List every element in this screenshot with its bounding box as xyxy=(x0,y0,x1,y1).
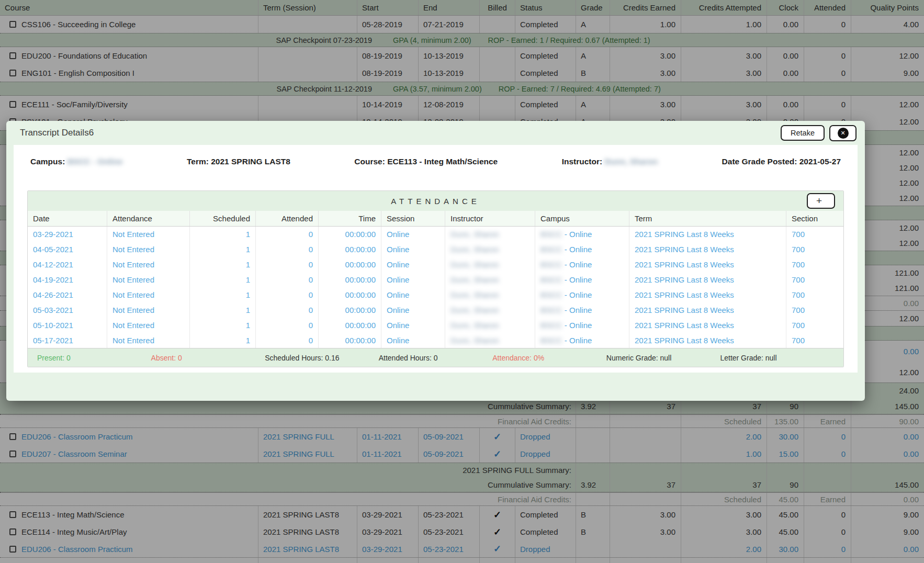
session-cell: Online xyxy=(381,272,445,287)
attendance-row: 05-03-2021 Not Entered 1 0 00:00:00 Onli… xyxy=(28,302,843,318)
modal-body: Campus: BSCC - Online Term: 2021 SPRING … xyxy=(14,145,858,373)
attendance-column-header: Instructor xyxy=(445,211,535,226)
campus-cell: BSCC - Online xyxy=(535,272,629,287)
instructor-cell: Dunn, Sharon xyxy=(445,242,535,257)
instructor-redacted: Dunn, Sharon xyxy=(450,306,499,314)
campus-redacted: BSCC xyxy=(540,290,562,299)
modal-header: Transcript Details6 Retake ✕ xyxy=(6,121,865,145)
instructor-cell: Dunn, Sharon xyxy=(445,318,535,333)
attendance-row: 04-19-2021 Not Entered 1 0 00:00:00 Onli… xyxy=(28,272,843,287)
attendance-column-header: Campus xyxy=(535,211,629,226)
instructor-redacted: Dunn, Sharon xyxy=(450,290,499,299)
section-cell: 700 xyxy=(786,272,843,287)
campus-value-redacted: BSCC - Online xyxy=(67,157,123,166)
attendance-date-link[interactable]: 04-26-2021 xyxy=(28,287,107,302)
instructor-cell: Dunn, Sharon xyxy=(445,227,535,242)
add-attendance-button[interactable]: + xyxy=(807,193,835,209)
letter-grade: Letter Grade: null xyxy=(720,354,834,362)
time-cell: 00:00:00 xyxy=(319,287,381,302)
section-cell: 700 xyxy=(786,257,843,272)
transcript-details-modal: Transcript Details6 Retake ✕ Campus: BSC… xyxy=(6,121,865,401)
time-cell: 00:00:00 xyxy=(319,227,381,242)
attendance-status-cell: Not Entered xyxy=(107,227,190,242)
course-info-row: Campus: BSCC - Online Term: 2021 SPRING … xyxy=(27,157,844,166)
instructor-cell: Dunn, Sharon xyxy=(445,287,535,302)
absent-count: Absent: 0 xyxy=(151,354,265,362)
campus-redacted: BSCC xyxy=(540,260,562,269)
instructor-redacted: Dunn, Sharon xyxy=(450,260,499,269)
campus-cell: BSCC - Online xyxy=(535,333,629,348)
term-info: Term: 2021 SPRING LAST8 xyxy=(187,157,290,166)
attended-cell: 0 xyxy=(256,318,319,333)
instructor-info: Instructor: Dunn, Sharon xyxy=(562,157,658,166)
attendance-date-link[interactable]: 05-17-2021 xyxy=(28,333,107,348)
attendance-date-link[interactable]: 05-10-2021 xyxy=(28,318,107,333)
campus-cell: BSCC - Online xyxy=(535,242,629,257)
section-cell: 700 xyxy=(786,287,843,302)
scheduled-cell: 1 xyxy=(190,302,256,318)
attendance-status-cell: Not Entered xyxy=(107,302,190,318)
section-cell: 700 xyxy=(786,302,843,318)
attendance-column-header: Scheduled xyxy=(190,211,256,226)
campus-cell: BSCC - Online xyxy=(535,318,629,333)
attendance-table-header: DateAttendanceScheduledAttendedTimeSessi… xyxy=(28,211,843,227)
term-cell: 2021 SPRING Last 8 Weeks xyxy=(629,333,786,348)
close-button[interactable]: ✕ xyxy=(829,125,857,141)
attendance-date-link[interactable]: 04-12-2021 xyxy=(28,257,107,272)
modal-title: Transcript Details6 xyxy=(20,128,94,138)
retake-button[interactable]: Retake xyxy=(781,125,825,141)
campus-cell: BSCC - Online xyxy=(535,302,629,318)
attendance-row: 03-29-2021 Not Entered 1 0 00:00:00 Onli… xyxy=(28,227,843,242)
close-icon: ✕ xyxy=(838,128,849,139)
attendance-row: 05-17-2021 Not Entered 1 0 00:00:00 Onli… xyxy=(28,333,843,348)
attendance-section: ATTENDANCE + DateAttendanceScheduledAtte… xyxy=(27,190,844,367)
section-cell: 700 xyxy=(786,333,843,348)
attended-cell: 0 xyxy=(256,257,319,272)
instructor-cell: Dunn, Sharon xyxy=(445,333,535,348)
attendance-status-cell: Not Entered xyxy=(107,257,190,272)
attendance-section-title: ATTENDANCE xyxy=(391,197,480,206)
session-cell: Online xyxy=(381,333,445,348)
campus-info: Campus: BSCC - Online xyxy=(30,157,123,166)
campus-redacted: BSCC xyxy=(540,275,562,284)
attended-cell: 0 xyxy=(256,302,319,318)
session-cell: Online xyxy=(381,257,445,272)
scheduled-cell: 1 xyxy=(190,257,256,272)
term-cell: 2021 SPRING Last 8 Weeks xyxy=(629,287,786,302)
time-cell: 00:00:00 xyxy=(319,302,381,318)
instructor-cell: Dunn, Sharon xyxy=(445,257,535,272)
attendance-column-header: Term xyxy=(629,211,786,226)
campus-cell: BSCC - Online xyxy=(535,287,629,302)
session-cell: Online xyxy=(381,318,445,333)
attended-cell: 0 xyxy=(256,272,319,287)
instructor-redacted: Dunn, Sharon xyxy=(450,275,499,284)
campus-cell: BSCC - Online xyxy=(535,227,629,242)
attendance-date-link[interactable]: 03-29-2021 xyxy=(28,227,107,242)
attendance-row: 04-05-2021 Not Entered 1 0 00:00:00 Onli… xyxy=(28,242,843,257)
term-cell: 2021 SPRING Last 8 Weeks xyxy=(629,272,786,287)
attendance-date-link[interactable]: 04-05-2021 xyxy=(28,242,107,257)
session-cell: Online xyxy=(381,242,445,257)
campus-label: Campus: xyxy=(30,157,65,166)
scheduled-cell: 1 xyxy=(190,333,256,348)
attendance-date-link[interactable]: 04-19-2021 xyxy=(28,272,107,287)
session-cell: Online xyxy=(381,227,445,242)
campus-redacted: BSCC xyxy=(540,245,562,254)
scheduled-cell: 1 xyxy=(190,242,256,257)
session-cell: Online xyxy=(381,287,445,302)
scheduled-cell: 1 xyxy=(190,287,256,302)
instructor-value-redacted: Dunn, Sharon xyxy=(605,157,658,166)
attended-cell: 0 xyxy=(256,287,319,302)
attendance-summary-footer: Present: 0 Absent: 0 Scheduled Hours: 0.… xyxy=(28,348,843,367)
term-cell: 2021 SPRING Last 8 Weeks xyxy=(629,257,786,272)
section-cell: 700 xyxy=(786,318,843,333)
term-cell: 2021 SPRING Last 8 Weeks xyxy=(629,227,786,242)
attendance-row: 04-26-2021 Not Entered 1 0 00:00:00 Onli… xyxy=(28,287,843,302)
instructor-redacted: Dunn, Sharon xyxy=(450,230,499,239)
campus-redacted: BSCC xyxy=(540,306,562,314)
numeric-grade: Numeric Grade: null xyxy=(606,354,720,362)
scheduled-hours: Scheduled Hours: 0.16 xyxy=(265,354,379,362)
attendance-date-link[interactable]: 05-03-2021 xyxy=(28,302,107,318)
attended-hours: Attended Hours: 0 xyxy=(379,354,493,362)
present-count: Present: 0 xyxy=(37,354,151,362)
